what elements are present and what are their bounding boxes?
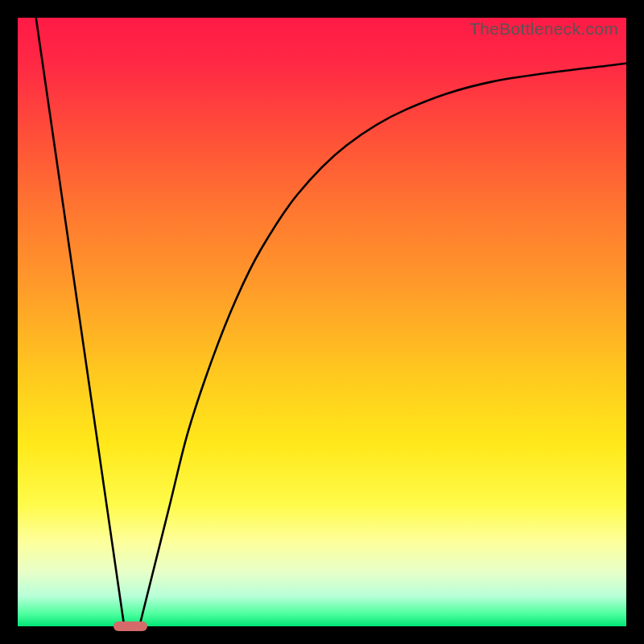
right-curve xyxy=(139,64,626,626)
watermark-text: TheBottleneck.com xyxy=(469,19,618,39)
left-line xyxy=(36,18,125,626)
curve-layer xyxy=(18,18,626,626)
plot-area: TheBottleneck.com xyxy=(18,18,626,626)
min-marker xyxy=(114,621,147,631)
chart-frame: TheBottleneck.com xyxy=(0,0,644,644)
